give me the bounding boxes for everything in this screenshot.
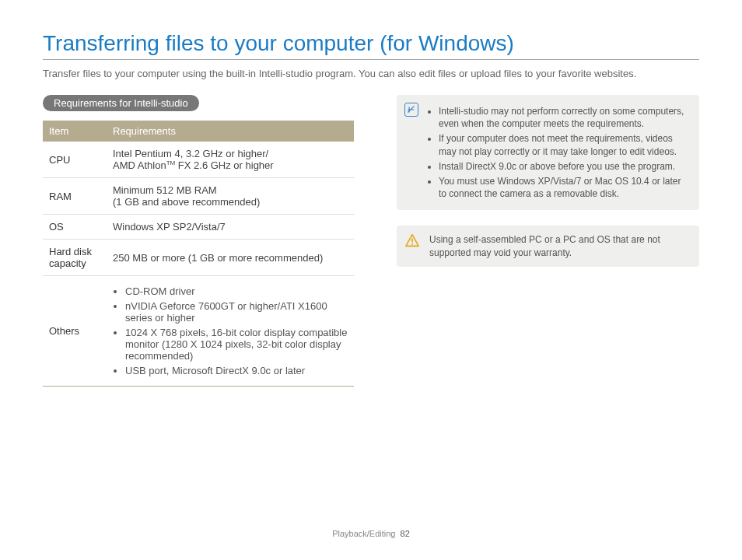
table-row: RAM Minimum 512 MB RAM (1 GB and above r… (43, 178, 354, 215)
th-requirements: Requirements (107, 121, 354, 142)
cell-ram-label: RAM (43, 178, 107, 215)
cell-os-value: Windows XP SP2/Vista/7 (107, 215, 354, 240)
cell-hd-value: 250 MB or more (1 GB or more recommended… (107, 240, 354, 276)
table-row: CPU Intel Pentium 4, 3.2 GHz or higher/ … (43, 142, 354, 178)
warning-text: Using a self-assembled PC or a PC and OS… (429, 234, 660, 257)
list-item: If your computer does not meet the requi… (439, 132, 688, 157)
note-box: Intelli-studio may not perform correctly… (397, 95, 699, 210)
page-footer: Playback/Editing 82 (0, 529, 742, 538)
cell-others-label: Others (43, 276, 107, 387)
page-title: Transferring files to your computer (for… (43, 31, 699, 60)
table-row: Hard disk capacity 250 MB or more (1 GB … (43, 240, 354, 276)
warning-box: Using a self-assembled PC or a PC and OS… (397, 226, 699, 266)
warning-icon (404, 233, 420, 247)
cell-others-value: CD-ROM driver nVIDIA Geforce 7600GT or h… (107, 276, 354, 387)
footer-page-number: 82 (401, 529, 410, 538)
list-item: 1024 X 768 pixels, 16-bit color display … (125, 327, 348, 362)
section-pill-requirements: Requirements for Intelli-studio (43, 95, 199, 111)
requirements-table: Item Requirements CPU Intel Pentium 4, 3… (43, 121, 354, 387)
list-item: Install DirectX 9.0c or above before you… (439, 160, 688, 173)
table-row: Others CD-ROM driver nVIDIA Geforce 7600… (43, 276, 354, 387)
cell-cpu-value: Intel Pentium 4, 3.2 GHz or higher/ AMD … (107, 142, 354, 178)
list-item: nVIDIA Geforce 7600GT or higher/ATI X160… (125, 300, 348, 324)
cell-os-label: OS (43, 215, 107, 240)
table-row: OS Windows XP SP2/Vista/7 (43, 215, 354, 240)
list-item: USB port, Microsoft DirectX 9.0c or late… (125, 365, 348, 376)
intro-text: Transfer files to your computer using th… (43, 68, 699, 79)
cell-ram-value: Minimum 512 MB RAM (1 GB and above recom… (107, 178, 354, 215)
cell-cpu-label: CPU (43, 142, 107, 178)
cell-hd-label: Hard disk capacity (43, 240, 107, 276)
footer-section: Playback/Editing (332, 529, 395, 538)
list-item: Intelli-studio may not perform correctly… (439, 105, 688, 130)
svg-point-1 (411, 243, 413, 245)
note-icon (404, 103, 418, 117)
list-item: CD-ROM driver (125, 285, 348, 297)
list-item: You must use Windows XP/Vista/7 or Mac O… (439, 175, 688, 200)
th-item: Item (43, 121, 107, 142)
